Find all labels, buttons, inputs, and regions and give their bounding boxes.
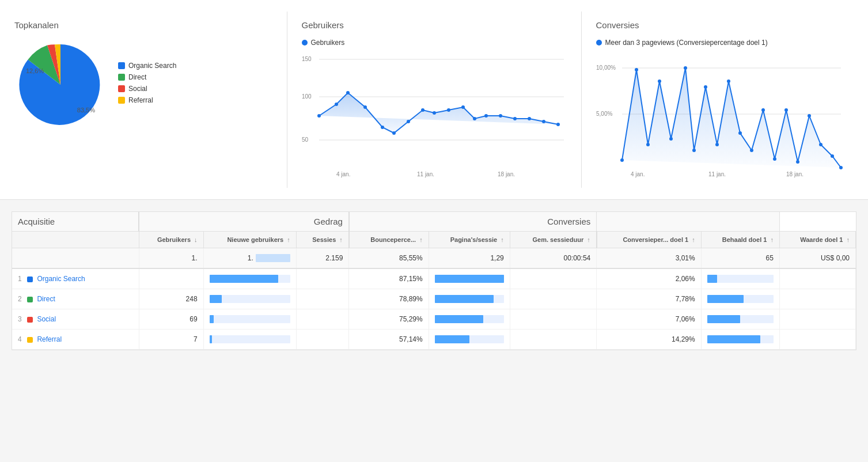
row2-nieuwe xyxy=(203,289,296,309)
svg-point-53 xyxy=(819,143,822,146)
svg-point-19 xyxy=(447,108,450,112)
row4-conv: 14,29% xyxy=(597,330,701,350)
sort-nieuwe[interactable]: ↑ xyxy=(287,236,290,243)
legend-dot-organic xyxy=(118,62,125,69)
row1-gebruikers xyxy=(139,268,203,289)
svg-text:4 jan.: 4 jan. xyxy=(336,171,350,177)
svg-text:11 jan.: 11 jan. xyxy=(708,171,726,177)
legend-dot-social xyxy=(118,85,125,92)
svg-text:4 jan.: 4 jan. xyxy=(631,171,645,177)
conversies-legend: Meer dan 3 pageviews (Conversiepercentag… xyxy=(596,39,854,47)
col-header-sessies: Sessies xyxy=(312,236,336,243)
channel-color-4 xyxy=(27,337,33,343)
col-header-conversieper: Conversieper... doel 1 xyxy=(623,236,688,243)
sort-paginas[interactable]: ↑ xyxy=(501,236,504,243)
acquisitie-header: Acquisitie xyxy=(18,217,55,226)
conversies-title: Conversies xyxy=(596,20,854,30)
svg-text:5,00%: 5,00% xyxy=(596,111,612,117)
svg-point-39 xyxy=(658,79,661,83)
channel-color-3 xyxy=(27,317,33,323)
row1-nieuwe xyxy=(203,268,296,289)
col-header-gem: Gem. sessieduur xyxy=(533,236,584,243)
row4-behaald xyxy=(701,330,779,350)
sort-gem[interactable]: ↑ xyxy=(587,236,590,243)
gebruikers-legend-label: Gebruikers xyxy=(311,39,345,47)
gedrag-header: Gedrag xyxy=(314,217,343,226)
legend-label-referral: Referral xyxy=(128,96,153,104)
svg-text:10,00%: 10,00% xyxy=(596,65,616,71)
total-nieuwe-bar xyxy=(256,254,290,262)
sort-bounce[interactable]: ↑ xyxy=(419,236,423,243)
pie-label-organic: 83,5% xyxy=(77,107,95,113)
svg-point-16 xyxy=(407,120,410,123)
channel-link-4[interactable]: Referral xyxy=(37,335,62,343)
svg-point-37 xyxy=(635,68,638,71)
row3-behaald-bar xyxy=(707,315,741,323)
svg-point-18 xyxy=(433,111,436,115)
row1-behaald-bar xyxy=(707,275,717,283)
channel-link-1[interactable]: Organic Search xyxy=(37,275,85,283)
sort-conv[interactable]: ↑ xyxy=(692,236,695,243)
gebruikers-chart: 150 100 50 4 jan. 11 jan. 18 jan. xyxy=(302,52,567,179)
svg-point-55 xyxy=(839,166,843,169)
svg-text:11 jan.: 11 jan. xyxy=(417,171,434,177)
col-header-paginas: Pagina's/sessie xyxy=(450,236,498,243)
svg-point-44 xyxy=(715,143,719,146)
svg-point-22 xyxy=(484,114,488,118)
table-row: 2 Direct 248 78,89% xyxy=(12,289,856,309)
total-sessies: 2.159 xyxy=(296,248,349,269)
row1-nieuwe-bar xyxy=(210,275,278,283)
svg-text:18 jan.: 18 jan. xyxy=(786,171,803,177)
svg-point-24 xyxy=(513,117,517,120)
legend-item-direct: Direct xyxy=(118,73,176,81)
sort-behaald[interactable]: ↑ xyxy=(770,236,774,243)
row4-sessies xyxy=(296,330,349,350)
col-header-waarde: Waarde doel 1 xyxy=(800,236,843,243)
svg-point-17 xyxy=(421,108,424,112)
svg-point-51 xyxy=(796,160,799,164)
total-row: 1. 1. 2.159 85,55% 1,29 00:00:54 3,01% 6… xyxy=(12,248,856,269)
row1-paginas-bar xyxy=(435,275,504,283)
channel-link-3[interactable]: Social xyxy=(37,315,56,323)
legend-item-social: Social xyxy=(118,85,176,93)
row4-gebruikers: 7 xyxy=(139,330,203,350)
row2-bounce: 78,89% xyxy=(349,289,429,309)
legend-label-direct: Direct xyxy=(128,73,146,81)
row3-paginas-bar xyxy=(435,315,483,323)
gebruikers-title: Gebruikers xyxy=(302,20,567,30)
svg-text:50: 50 xyxy=(302,137,309,143)
pie-chart: 83,5% 12,6% xyxy=(14,39,107,131)
sort-waarde[interactable]: ↑ xyxy=(847,236,850,243)
total-nieuwe: 1. xyxy=(203,248,296,269)
col-header-behaald: Behaald doel 1 xyxy=(722,236,767,243)
row1-paginas xyxy=(429,268,510,289)
row2-behaald-bar xyxy=(707,295,744,303)
row3-conv: 7,06% xyxy=(597,309,701,330)
table-row: 3 Social 69 75,29% xyxy=(12,309,856,330)
pie-label-direct: 12,6% xyxy=(26,67,44,74)
svg-point-14 xyxy=(381,126,384,129)
svg-point-26 xyxy=(542,120,545,123)
svg-text:18 jan.: 18 jan. xyxy=(498,171,515,177)
row1-bounce: 87,15% xyxy=(349,268,429,289)
sort-gebruikers[interactable]: ↓ xyxy=(194,236,198,243)
gebruikers-panel: Gebruikers Gebruikers 150 100 50 4 jan. … xyxy=(287,12,582,188)
rank-1: 1 xyxy=(18,275,22,283)
row2-waarde xyxy=(779,289,855,309)
row1-waarde xyxy=(779,268,855,289)
svg-point-48 xyxy=(761,108,765,112)
total-nieuwe-val: 1. xyxy=(248,254,253,262)
pie-section: 83,5% 12,6% Organic Search Direct Social xyxy=(14,39,272,131)
channel-link-2[interactable]: Direct xyxy=(37,295,55,303)
col-header-nieuwe: Nieuwe gebruikers xyxy=(227,236,283,243)
gebruikers-dot xyxy=(302,40,308,46)
svg-point-43 xyxy=(704,85,707,89)
row2-conv: 7,78% xyxy=(597,289,701,309)
col-header-bounce: Bounceperce... xyxy=(370,236,416,243)
total-conv: 3,01% xyxy=(597,248,701,269)
row3-waarde xyxy=(779,309,855,330)
legend-item-organic: Organic Search xyxy=(118,62,176,70)
svg-point-15 xyxy=(392,131,396,135)
sort-sessies[interactable]: ↑ xyxy=(339,236,343,243)
topkanalen-panel: Topkanalen 83,5% 12,6% xyxy=(0,12,287,188)
